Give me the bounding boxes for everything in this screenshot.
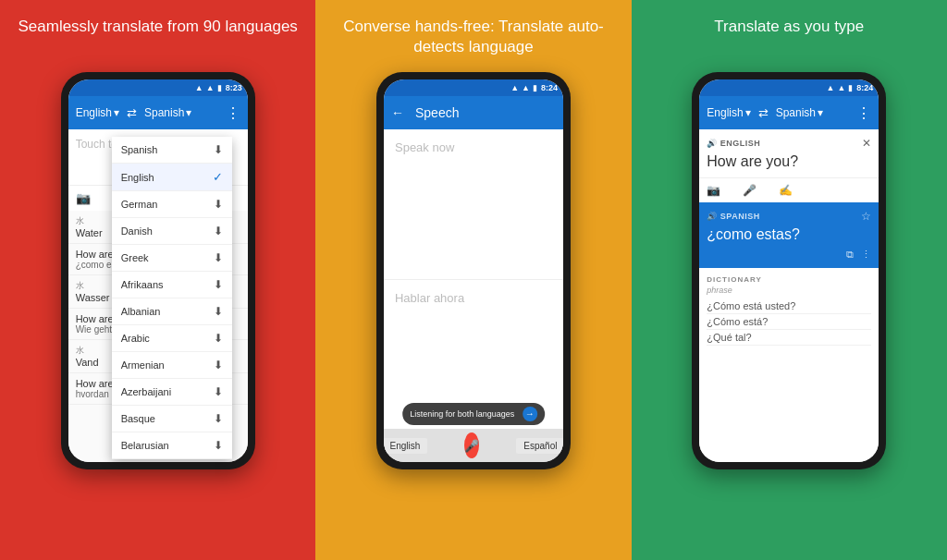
swap-langs-button-3[interactable]: ⇄ — [758, 106, 769, 120]
mic-icon-3[interactable]: 🎤 — [743, 184, 756, 197]
english-label: 🔊 ENGLISH — [707, 139, 760, 148]
handwrite-icon-3[interactable]: ✍ — [779, 184, 793, 197]
swap-langs-button[interactable]: ⇄ — [127, 106, 137, 120]
english-text: How are you? — [707, 153, 871, 170]
signal-icon-2: ▲ — [510, 83, 519, 92]
target-lang-1[interactable]: Spanish ▾ — [144, 106, 191, 119]
camera-icon-1[interactable]: 📷 — [76, 191, 91, 205]
time-3: 8:24 — [856, 83, 873, 92]
target-dropdown-arrow-3: ▾ — [818, 106, 823, 119]
download-icon-basque[interactable]: ⬇ — [214, 412, 223, 425]
panel-2-title: Converse hands-free: Translate auto-dete… — [325, 17, 621, 57]
signal-icon-3: ▲ — [826, 83, 834, 92]
dropdown-item-belarusian[interactable]: Belarusian ⬇ — [112, 432, 232, 459]
download-icon-arabic[interactable]: ⬇ — [214, 332, 223, 345]
battery-icon-2: ▮ — [533, 83, 537, 92]
dropdown-item-azerbaijani[interactable]: Azerbaijani ⬇ — [112, 379, 232, 406]
dropdown-item-english[interactable]: English ✓ — [112, 164, 232, 191]
dictionary-title: DICTIONARY — [707, 275, 871, 284]
battery-icon: ▮ — [217, 83, 222, 92]
download-icon-german[interactable]: ⬇ — [214, 198, 223, 211]
panel-3-title: Translate as you type — [714, 17, 864, 57]
arrow-button[interactable]: → — [523, 407, 537, 421]
download-icon-albanian[interactable]: ⬇ — [214, 305, 223, 318]
download-icon-armenian[interactable]: ⬇ — [214, 359, 223, 371]
download-icon-azerbaijani[interactable]: ⬇ — [214, 385, 223, 398]
status-icons-3: ▲ ▲ ▮ — [826, 83, 853, 92]
dropdown-item-spanish[interactable]: Spanish ⬇ — [112, 137, 232, 164]
wifi-icon-2: ▲ — [522, 83, 530, 92]
dropdown-item-afrikaans[interactable]: Afrikaans ⬇ — [112, 272, 232, 298]
copy-icon[interactable]: ⧉ — [846, 249, 854, 261]
lang-dropdown-arrow: ▾ — [114, 106, 119, 119]
speech-bottom-bar: English 🎤 Español — [384, 429, 563, 462]
dictionary-section: DICTIONARY phrase ¿Cómo está usted? ¿Cóm… — [699, 268, 879, 462]
back-button[interactable]: ← — [391, 105, 404, 120]
download-icon-afrikaans[interactable]: ⬇ — [214, 278, 223, 291]
download-icon-danish[interactable]: ⬇ — [214, 225, 223, 237]
mic-icon: 🎤 — [464, 439, 479, 453]
source-lang-1[interactable]: English ▾ — [76, 106, 119, 119]
wifi-icon: ▲ — [206, 83, 215, 92]
dropdown-item-danish[interactable]: Danish ⬇ — [112, 218, 232, 245]
target-lang-3[interactable]: Spanish ▾ — [776, 106, 823, 119]
mic-button[interactable]: 🎤 — [464, 432, 479, 458]
check-icon: ✓ — [213, 170, 223, 184]
camera-icon-3[interactable]: 📷 — [707, 184, 720, 197]
menu-button-1[interactable]: ⋮ — [226, 104, 240, 122]
language-dropdown: Spanish ⬇ English ✓ German ⬇ Danish ⬇ Gr… — [112, 137, 232, 459]
panel-translate: Seamlessly translate from 90 languages ▲… — [0, 0, 315, 560]
panel-speech: Converse hands-free: Translate auto-dete… — [315, 0, 631, 560]
spanish-action-icons: ⧉ ⋮ — [707, 249, 871, 261]
battery-icon-3: ▮ — [848, 83, 853, 92]
icons-row-3: 📷 🎤 ✍ — [699, 177, 879, 202]
speech-title: Speech — [415, 105, 459, 120]
status-bar-3: ▲ ▲ ▮ 8:24 — [699, 79, 879, 96]
download-icon-belarusian[interactable]: ⬇ — [214, 439, 223, 452]
english-lang-button[interactable]: English — [384, 438, 427, 454]
toolbar-3: English ▾ ⇄ Spanish ▾ ⋮ — [699, 96, 879, 129]
phone-3: ▲ ▲ ▮ 8:24 English ▾ ⇄ Spanish ▾ ⋮ — [692, 72, 886, 469]
toolbar-1: English ▾ ⇄ Spanish ▾ ⋮ — [68, 96, 248, 129]
lang-dropdown-arrow-3: ▾ — [745, 106, 751, 119]
spanish-header: 🔊 SPANISH ☆ — [707, 210, 871, 223]
time-1: 8:23 — [226, 83, 242, 92]
hablar-ahora-label: Hablar ahora — [395, 291, 464, 305]
star-icon[interactable]: ☆ — [861, 210, 871, 223]
espanol-lang-button[interactable]: Español — [516, 438, 563, 454]
english-input-box: 🔊 ENGLISH ✕ How are you? — [699, 129, 879, 177]
toast-message: Listening for both languages → — [402, 403, 545, 425]
source-lang-3[interactable]: English ▾ — [707, 106, 750, 119]
dict-item-3[interactable]: ¿Qué tal? — [707, 330, 871, 346]
menu-button-3[interactable]: ⋮ — [856, 104, 871, 122]
download-icon[interactable]: ⬇ — [214, 143, 223, 156]
status-bar-1: ▲ ▲ ▮ 8:23 — [68, 79, 248, 96]
dropdown-item-german[interactable]: German ⬇ — [112, 191, 232, 218]
wifi-icon-3: ▲ — [837, 83, 845, 92]
phone-1: ▲ ▲ ▮ 8:23 English ▾ ⇄ Spanish ▾ ⋮ — [61, 72, 255, 469]
dict-item-2[interactable]: ¿Cómo está? — [707, 314, 871, 330]
dropdown-item-albanian[interactable]: Albanian ⬇ — [112, 298, 232, 325]
more-icon[interactable]: ⋮ — [861, 249, 871, 261]
signal-icon: ▲ — [195, 83, 203, 92]
status-icons-2: ▲ ▲ ▮ — [510, 83, 537, 92]
speak-now-area: Speak now — [384, 129, 563, 279]
english-header: 🔊 ENGLISH ✕ — [707, 137, 871, 150]
dictionary-type: phrase — [707, 286, 871, 295]
time-2: 8:24 — [541, 83, 558, 92]
status-icons-1: ▲ ▲ ▮ — [195, 83, 222, 92]
close-icon-3[interactable]: ✕ — [862, 137, 871, 150]
phone-2: ▲ ▲ ▮ 8:24 ← Speech Speak now Hablar aho… — [376, 72, 571, 469]
dropdown-item-armenian[interactable]: Armenian ⬇ — [112, 352, 232, 379]
dropdown-item-greek[interactable]: Greek ⬇ — [112, 245, 232, 272]
spanish-text: ¿como estas? — [707, 226, 871, 243]
download-icon-greek[interactable]: ⬇ — [214, 251, 223, 264]
speak-now-label: Speak now — [395, 140, 552, 154]
target-lang-dropdown-arrow: ▾ — [186, 106, 191, 119]
toolbar-2: ← Speech — [384, 96, 563, 129]
dict-item-1[interactable]: ¿Cómo está usted? — [707, 298, 871, 314]
spanish-translation-box: 🔊 SPANISH ☆ ¿como estas? ⧉ ⋮ — [699, 202, 879, 268]
dropdown-item-basque[interactable]: Basque ⬇ — [112, 406, 232, 432]
spanish-label: 🔊 SPANISH — [707, 212, 759, 221]
dropdown-item-arabic[interactable]: Arabic ⬇ — [112, 325, 232, 352]
